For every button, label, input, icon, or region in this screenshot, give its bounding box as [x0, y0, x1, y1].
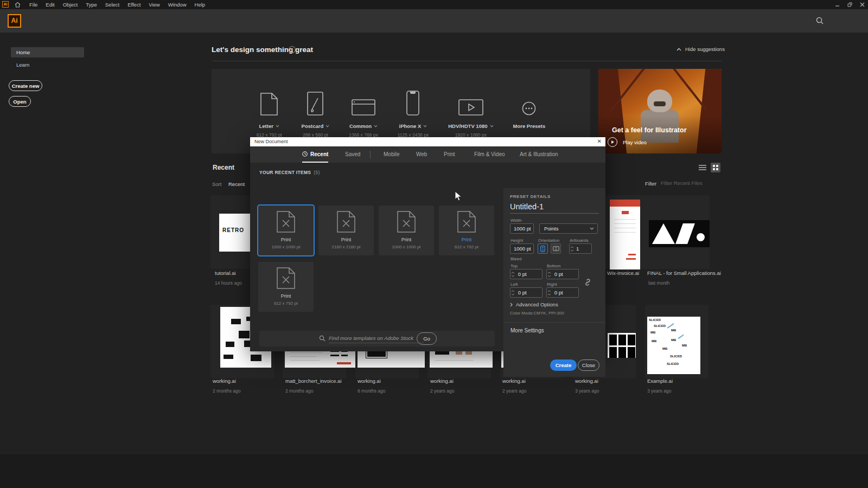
file-name[interactable]: working.ai	[213, 378, 236, 384]
doc-card-name: Print	[379, 237, 434, 242]
document-x-icon	[277, 211, 295, 233]
chevron-down-icon	[276, 125, 279, 127]
chevron-down-icon	[374, 125, 378, 127]
play-video-label[interactable]: Play video	[623, 139, 647, 145]
file-thumbnail[interactable]	[610, 200, 640, 269]
recent-doc-card-1[interactable]: Print 1000 x 1000 pt	[258, 206, 314, 255]
file-name[interactable]: Wix-Invoice.ai	[607, 270, 639, 276]
advanced-options-toggle[interactable]: Advanced Options	[510, 301, 558, 307]
bleed-right-field[interactable]	[546, 287, 579, 298]
tab-mobile[interactable]: Mobile	[384, 146, 399, 163]
menubar: File Edit Object Type Select Effect View…	[29, 0, 213, 9]
bleed-label: Bleed	[510, 256, 521, 261]
file-thumbnail[interactable]: SLICED SLICED MB MB MB MB MB MB SLICED S…	[647, 317, 700, 374]
units-select[interactable]: Points	[539, 223, 598, 234]
thumb-text: RETRO	[222, 227, 244, 233]
filter-input[interactable]	[661, 178, 712, 187]
hide-suggestions-button[interactable]: Hide suggestions	[676, 46, 725, 52]
play-icon[interactable]	[608, 137, 617, 147]
minimize-button[interactable]	[835, 2, 840, 7]
menu-view[interactable]: View	[149, 2, 159, 8]
artboards-stepper[interactable]	[569, 243, 592, 254]
your-recent-items-label: YOUR RECENT ITEMS(5)	[259, 170, 320, 175]
document-name-input[interactable]	[510, 202, 599, 214]
file-name[interactable]: working.ai	[575, 378, 598, 384]
bleed-bottom-input[interactable]	[552, 271, 578, 277]
grid-view-icon[interactable]	[711, 163, 720, 172]
orientation-portrait-button[interactable]	[538, 243, 548, 254]
recent-doc-card-3[interactable]: Print 1000 x 1000 pt	[379, 206, 434, 255]
link-bleed-icon[interactable]	[584, 278, 592, 286]
menu-edit[interactable]: Edit	[46, 2, 54, 8]
menu-window[interactable]: Window	[168, 2, 187, 8]
stepper-arrows[interactable]	[547, 272, 552, 277]
bleed-top-field[interactable]	[510, 269, 542, 279]
search-icon	[319, 335, 326, 342]
stepper-arrows[interactable]	[510, 272, 516, 277]
go-button[interactable]: Go	[417, 332, 437, 345]
menu-object[interactable]: Object	[63, 2, 78, 8]
info-icon[interactable]: i	[289, 46, 296, 53]
create-new-button[interactable]: Create new	[9, 80, 42, 91]
tab-print[interactable]: Print	[444, 146, 455, 163]
sidebar-item-home[interactable]: Home	[11, 47, 84, 57]
promo-card[interactable]: Get a feel for Illustrator Play video	[598, 69, 722, 153]
recent-doc-card-4[interactable]: Print 612 x 792 pt	[439, 206, 494, 255]
stepper-arrows[interactable]	[547, 290, 552, 296]
bleed-top-label: Top	[510, 264, 518, 268]
close-window-button[interactable]	[860, 2, 865, 7]
file-name[interactable]: working.ai	[430, 378, 454, 384]
sidebar-item-learn[interactable]: Learn	[11, 60, 84, 70]
tab-web[interactable]: Web	[416, 146, 427, 163]
search-icon[interactable]	[815, 16, 824, 25]
file-name[interactable]: FINAL - for Small Applications.ai	[647, 270, 721, 276]
sidebar-home-label: Home	[16, 49, 30, 55]
file-name[interactable]: matt_borchert_invoice.ai	[285, 378, 342, 384]
promo-title: Get a feel for Illustrator	[612, 126, 687, 134]
recent-items-count: (5)	[314, 170, 320, 175]
recent-doc-card-2[interactable]: Print 2160 x 2160 pt	[318, 206, 374, 255]
width-input[interactable]	[510, 226, 533, 232]
bleed-top-input[interactable]	[516, 271, 542, 277]
recent-tab[interactable]: Recent	[228, 181, 245, 187]
file-name[interactable]: working.ai	[502, 378, 526, 384]
file-name[interactable]: Example.ai	[647, 378, 673, 384]
tab-saved[interactable]: Saved	[345, 146, 360, 163]
file-thumbnail[interactable]	[608, 333, 636, 358]
menu-select[interactable]: Select	[105, 2, 119, 8]
tab-recent[interactable]: Recent	[302, 146, 328, 163]
list-view-icon[interactable]	[699, 164, 706, 171]
tab-film-video[interactable]: Film & Video	[474, 146, 505, 163]
menu-effect[interactable]: Effect	[127, 2, 141, 8]
height-field[interactable]	[510, 243, 534, 254]
artboards-input[interactable]	[575, 246, 591, 252]
bleed-left-field[interactable]	[510, 287, 542, 298]
close-button[interactable]: Close	[578, 359, 599, 371]
home-icon[interactable]	[15, 2, 21, 8]
dialog-close-icon[interactable]: ✕	[597, 138, 602, 144]
preset-name: Postcard	[302, 123, 324, 129]
menu-file[interactable]: File	[29, 2, 37, 8]
bleed-bottom-field[interactable]	[546, 269, 579, 279]
width-field[interactable]	[510, 223, 534, 234]
bleed-left-input[interactable]	[516, 290, 542, 296]
height-input[interactable]	[510, 246, 533, 252]
recent-doc-card-5[interactable]: Print 612 x 792 pt	[258, 262, 314, 312]
restore-button[interactable]	[847, 2, 852, 7]
stock-search-input[interactable]	[329, 333, 424, 343]
stepper-arrows[interactable]	[510, 290, 516, 296]
more-settings-link[interactable]: More Settings	[510, 328, 544, 333]
file-name[interactable]: working.ai	[358, 378, 381, 384]
orientation-landscape-button[interactable]	[551, 243, 561, 254]
menu-help[interactable]: Help	[195, 2, 206, 8]
open-button[interactable]: Open	[9, 96, 31, 107]
bleed-right-input[interactable]	[552, 290, 578, 296]
create-button[interactable]: Create	[550, 359, 577, 371]
menu-type[interactable]: Type	[86, 2, 97, 8]
sort-tab[interactable]: Sort	[212, 181, 221, 187]
stepper-arrows[interactable]	[570, 246, 575, 252]
file-name[interactable]: tutorial.ai	[215, 270, 236, 276]
file-thumbnail[interactable]	[649, 220, 710, 247]
width-label: Width	[510, 218, 521, 223]
tab-art-illustration[interactable]: Art & Illustration	[520, 146, 558, 163]
